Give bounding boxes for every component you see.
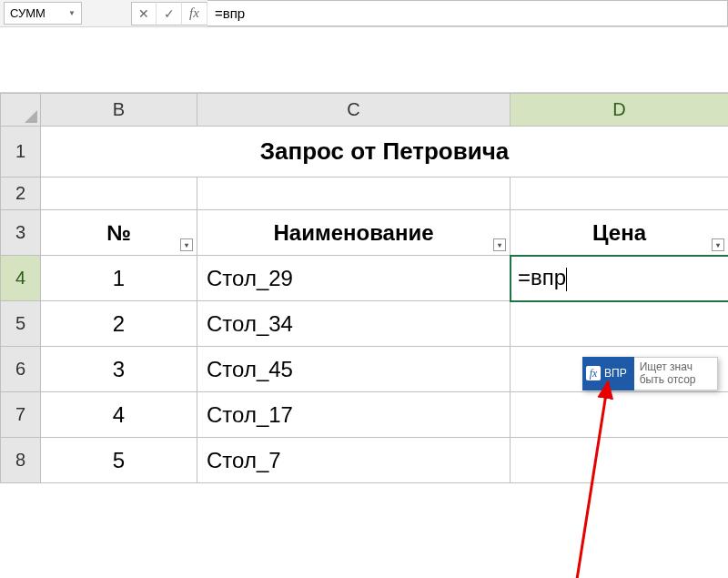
formula-bar: СУММ ▼ ✕ ✓ fx =впр bbox=[0, 0, 728, 27]
row-header-6[interactable]: 6 bbox=[1, 347, 41, 392]
name-box[interactable]: СУММ ▼ bbox=[4, 2, 82, 25]
filter-icon[interactable]: ▾ bbox=[180, 238, 193, 251]
cell-C5[interactable]: Стол_34 bbox=[197, 301, 511, 347]
formula-bar-expanded-area bbox=[0, 27, 728, 93]
cell-C4[interactable]: Стол_29 bbox=[197, 256, 511, 301]
header-price[interactable]: Цена ▾ bbox=[511, 210, 729, 256]
row-header-8[interactable]: 8 bbox=[1, 438, 41, 483]
cell-D5[interactable] bbox=[511, 301, 729, 347]
name-box-value: СУММ bbox=[10, 6, 46, 20]
col-header-D[interactable]: D bbox=[511, 94, 729, 127]
row-header-3[interactable]: 3 bbox=[1, 210, 41, 256]
cell-C7[interactable]: Стол_17 bbox=[197, 392, 511, 438]
cell-D2[interactable] bbox=[511, 177, 729, 210]
row-header-2[interactable]: 2 bbox=[1, 177, 41, 210]
spreadsheet-grid[interactable]: B C D 1 Запрос от Петровича 2 3 № ▾ Наим… bbox=[0, 93, 728, 483]
cell-B5[interactable]: 2 bbox=[41, 301, 197, 347]
insert-function-button[interactable]: fx bbox=[182, 2, 207, 25]
row-header-7[interactable]: 7 bbox=[1, 392, 41, 438]
header-name[interactable]: Наименование ▾ bbox=[197, 210, 511, 256]
row-header-1[interactable]: 1 bbox=[1, 127, 41, 177]
cell-D4-active[interactable]: =впр bbox=[511, 256, 729, 301]
cell-B7[interactable]: 4 bbox=[41, 392, 197, 438]
cell-B8[interactable]: 5 bbox=[41, 438, 197, 483]
cell-B4[interactable]: 1 bbox=[41, 256, 197, 301]
cell-D7[interactable] bbox=[511, 392, 729, 438]
dropdown-icon[interactable]: ▼ bbox=[68, 9, 76, 17]
cell-C8[interactable]: Стол_7 bbox=[197, 438, 511, 483]
cell-B6[interactable]: 3 bbox=[41, 347, 197, 392]
fx-icon: fx bbox=[586, 366, 601, 380]
formula-text: =впр bbox=[215, 5, 245, 21]
row-header-4[interactable]: 4 bbox=[1, 256, 41, 301]
enter-button[interactable]: ✓ bbox=[157, 2, 182, 25]
filter-icon[interactable]: ▾ bbox=[493, 238, 506, 251]
cancel-button[interactable]: ✕ bbox=[131, 2, 157, 25]
cell-C2[interactable] bbox=[197, 177, 511, 210]
filter-icon[interactable]: ▾ bbox=[712, 238, 724, 251]
select-all-corner[interactable] bbox=[1, 94, 41, 127]
text-cursor bbox=[566, 268, 567, 291]
check-icon: ✓ bbox=[164, 6, 175, 21]
autocomplete-hint: Ищет знач быть отсор bbox=[634, 357, 718, 390]
col-header-B[interactable]: B bbox=[41, 94, 197, 127]
title-cell[interactable]: Запрос от Петровича bbox=[41, 127, 729, 177]
fx-icon: fx bbox=[189, 5, 199, 21]
cell-C6[interactable]: Стол_45 bbox=[197, 347, 511, 392]
autocomplete-item[interactable]: fx ВПР bbox=[582, 357, 634, 390]
cell-D8[interactable] bbox=[511, 438, 729, 483]
cell-B2[interactable] bbox=[41, 177, 197, 210]
row-header-5[interactable]: 5 bbox=[1, 301, 41, 347]
function-autocomplete[interactable]: fx ВПР Ищет знач быть отсор bbox=[582, 357, 718, 390]
header-num[interactable]: № ▾ bbox=[41, 210, 197, 256]
col-header-C[interactable]: C bbox=[197, 94, 511, 127]
autocomplete-function-name: ВПР bbox=[604, 367, 627, 380]
formula-input[interactable]: =впр bbox=[207, 0, 728, 26]
x-icon: ✕ bbox=[138, 6, 149, 21]
